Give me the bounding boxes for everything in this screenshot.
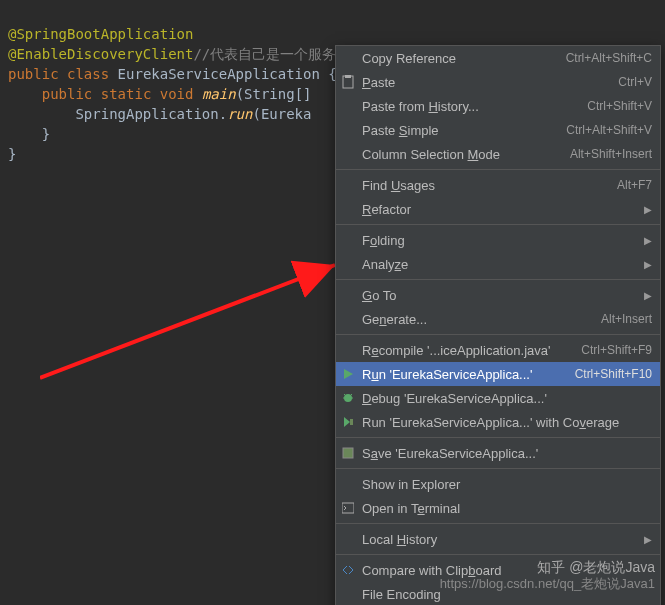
- menu-separator: [336, 523, 660, 524]
- method-main: main: [202, 86, 236, 102]
- menu-separator: [336, 334, 660, 335]
- coverage-icon: [340, 414, 356, 430]
- indent: [8, 86, 42, 102]
- annotation-1: @SpringBootApplication: [8, 26, 193, 42]
- annotation-2: @EnableDiscoveryClient: [8, 46, 193, 62]
- terminal-icon: [340, 500, 356, 516]
- params2: (Eureka: [252, 106, 311, 122]
- menu-local-history[interactable]: Local History▶: [336, 527, 660, 551]
- menu-paste[interactable]: PasteCtrl+V: [336, 70, 660, 94]
- menu-separator: [336, 554, 660, 555]
- indent2: [8, 106, 75, 122]
- run-icon: [340, 366, 356, 382]
- submenu-arrow-icon: ▶: [644, 534, 652, 545]
- class-name: EurekaServiceApplication: [118, 66, 329, 82]
- svg-rect-9: [342, 503, 354, 513]
- watermark-bottom: https://blog.csdn.net/qq_老炮说Java1: [440, 575, 655, 593]
- kw-public2: public: [42, 86, 101, 102]
- menu-find-usages[interactable]: Find UsagesAlt+F7: [336, 173, 660, 197]
- menu-copy-reference[interactable]: Copy ReferenceCtrl+Alt+Shift+C: [336, 46, 660, 70]
- submenu-arrow-icon: ▶: [644, 204, 652, 215]
- menu-paste-history[interactable]: Paste from History...Ctrl+Shift+V: [336, 94, 660, 118]
- menu-column-selection[interactable]: Column Selection ModeAlt+Shift+Insert: [336, 142, 660, 166]
- menu-save[interactable]: Save 'EurekaServiceApplica...': [336, 441, 660, 465]
- menu-separator: [336, 437, 660, 438]
- method-run: run: [227, 106, 252, 122]
- submenu-arrow-icon: ▶: [644, 290, 652, 301]
- menu-run[interactable]: Run 'EurekaServiceApplica...'Ctrl+Shift+…: [336, 362, 660, 386]
- brace3: }: [8, 146, 16, 162]
- params: (String[]: [236, 86, 312, 102]
- compare-icon: [340, 562, 356, 578]
- menu-show-explorer[interactable]: Show in Explorer: [336, 472, 660, 496]
- svg-line-6: [350, 394, 352, 396]
- menu-goto[interactable]: Go To▶: [336, 283, 660, 307]
- menu-separator: [336, 224, 660, 225]
- kw-public: public: [8, 66, 67, 82]
- menu-separator: [336, 279, 660, 280]
- kw-static: static: [101, 86, 160, 102]
- menu-separator: [336, 169, 660, 170]
- menu-analyze[interactable]: Analyze▶: [336, 252, 660, 276]
- menu-run-coverage[interactable]: Run 'EurekaServiceApplica...' with Cover…: [336, 410, 660, 434]
- menu-folding[interactable]: Folding▶: [336, 228, 660, 252]
- save-icon: [340, 445, 356, 461]
- springapp: SpringApplication.: [75, 106, 227, 122]
- context-menu: Copy ReferenceCtrl+Alt+Shift+C PasteCtrl…: [335, 45, 661, 605]
- menu-debug[interactable]: Debug 'EurekaServiceApplica...': [336, 386, 660, 410]
- indent3: [8, 126, 42, 142]
- paste-icon: [340, 74, 356, 90]
- svg-line-0: [40, 265, 335, 378]
- svg-rect-7: [350, 419, 353, 425]
- menu-refactor[interactable]: Refactor▶: [336, 197, 660, 221]
- brace2: }: [42, 126, 50, 142]
- menu-open-terminal[interactable]: Open in Terminal: [336, 496, 660, 520]
- svg-rect-8: [343, 448, 353, 458]
- menu-generate[interactable]: Generate...Alt+Insert: [336, 307, 660, 331]
- submenu-arrow-icon: ▶: [644, 235, 652, 246]
- submenu-arrow-icon: ▶: [644, 259, 652, 270]
- menu-recompile[interactable]: Recompile '...iceApplication.java'Ctrl+S…: [336, 338, 660, 362]
- kw-void: void: [160, 86, 202, 102]
- svg-rect-2: [345, 75, 351, 78]
- svg-line-5: [344, 394, 346, 396]
- debug-icon: [340, 390, 356, 406]
- kw-class: class: [67, 66, 118, 82]
- menu-paste-simple[interactable]: Paste SimpleCtrl+Alt+Shift+V: [336, 118, 660, 142]
- menu-separator: [336, 468, 660, 469]
- arrow-annotation: [40, 260, 350, 380]
